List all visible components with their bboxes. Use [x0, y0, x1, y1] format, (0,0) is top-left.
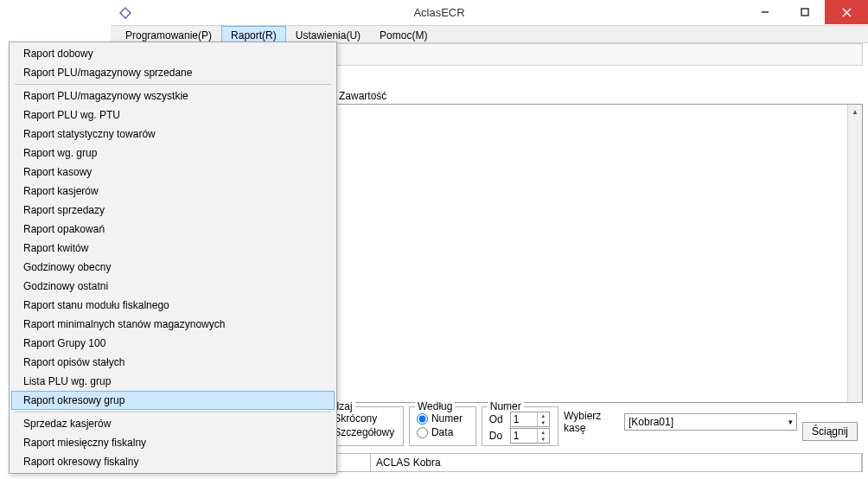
menu-item[interactable]: Raport Grupy 100 — [11, 334, 335, 353]
menu-item[interactable]: Lista PLU wg. grup — [11, 372, 335, 391]
menu-separator — [15, 412, 331, 412]
menu-item[interactable]: Raport opakowań — [11, 220, 335, 239]
do-spinner[interactable]: 1 ▲▼ — [510, 428, 550, 444]
vertical-scrollbar[interactable]: ▲ — [847, 105, 862, 402]
maximize-button[interactable] — [785, 0, 825, 24]
menu-item[interactable]: Godzinowy ostatni — [11, 277, 335, 296]
menu-item[interactable]: Raport PLU/magazynowy wszystkie — [11, 86, 335, 105]
window-title: AclasECR — [133, 6, 745, 19]
kasa-label: Wybierz kasę — [564, 410, 617, 434]
menu-separator — [15, 84, 331, 85]
menu-item[interactable]: Raport dobowy — [11, 44, 335, 63]
scroll-up-icon[interactable]: ▲ — [848, 105, 862, 119]
menu-raport[interactable]: Raport(R) — [221, 26, 286, 42]
download-button[interactable]: Ściągnij — [802, 422, 858, 441]
menu-item[interactable]: Raport PLU wg. PTU — [11, 105, 335, 125]
kasa-combo[interactable]: [Kobra01] ▾ — [624, 413, 797, 431]
menu-item[interactable]: Raport sprzedazy — [11, 201, 335, 220]
menu-item[interactable]: Raport okresowy grup — [11, 391, 335, 410]
group-numer: Numer Od 1 ▲▼ Do 1 ▲▼ — [482, 406, 558, 446]
menu-item[interactable]: Raport kwitów — [11, 239, 335, 258]
content-area: Zawartość ▲ — [335, 88, 863, 403]
menu-item[interactable]: Sprzedaz kasjerów — [11, 414, 335, 433]
menu-item[interactable]: Raport statystyczny towarów — [11, 125, 335, 144]
raport-dropdown: Raport dobowyRaport PLU/magazynowy sprze… — [9, 42, 337, 474]
radio-numer[interactable]: Numer — [417, 412, 469, 425]
kasa-value: [Kobra01] — [629, 416, 673, 428]
app-icon — [118, 5, 133, 21]
menu-item[interactable]: Godzinowy obecny — [11, 258, 335, 277]
menu-item[interactable]: Raport minimalnych stanów magazynowych — [11, 315, 335, 334]
menu-item[interactable]: Raport opisów stałych — [11, 353, 335, 372]
menu-item[interactable]: Raport okresowy fiskalny — [11, 452, 335, 471]
od-spinner[interactable]: 1 ▲▼ — [510, 412, 550, 427]
menubar: Programowanie(P)Raport(R)Ustawienia(U)Po… — [111, 26, 868, 43]
window-titlebar: AclasECR — [111, 0, 868, 26]
menu-ustawienia[interactable]: Ustawienia(U) — [286, 26, 370, 42]
od-label: Od — [489, 413, 510, 425]
close-button[interactable] — [825, 0, 868, 24]
menu-pomoc[interactable]: Pomoc(M) — [370, 26, 437, 42]
do-label: Do — [489, 430, 510, 442]
menu-item[interactable]: Raport kasjerów — [11, 182, 335, 201]
group-wedlug: Według Numer Data — [409, 406, 476, 446]
svg-rect-1 — [801, 9, 808, 16]
group-wedlug-legend: Według — [415, 400, 455, 412]
content-label: Zawartość — [339, 90, 386, 102]
menu-item[interactable]: Raport kasowy — [11, 163, 335, 182]
menu-item[interactable]: Raport stanu modułu fiskalnego — [11, 296, 335, 315]
chevron-down-icon: ▾ — [782, 418, 793, 426]
minimize-button[interactable] — [745, 0, 785, 24]
group-numer-legend: Numer — [488, 400, 524, 412]
status-device: ACLAS Kobra — [371, 454, 862, 471]
menu-item[interactable]: Raport wg. grup — [11, 144, 335, 163]
menu-programowanie[interactable]: Programowanie(P) — [116, 26, 221, 42]
menu-item[interactable]: Raport PLU/magazynowy sprzedane — [11, 63, 335, 82]
menu-item[interactable]: Raport miesięczny fiskalny — [11, 433, 335, 452]
radio-data[interactable]: Data — [417, 426, 469, 438]
content-box: ▲ — [335, 104, 863, 403]
